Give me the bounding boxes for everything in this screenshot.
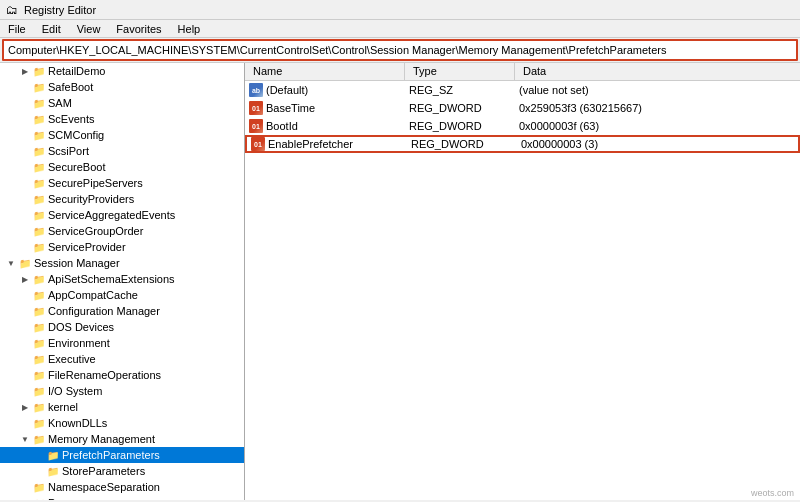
title-bar: 🗂 Registry Editor bbox=[0, 0, 800, 20]
tree-item-label: ServiceProvider bbox=[48, 241, 126, 253]
menu-item-help[interactable]: Help bbox=[174, 23, 205, 35]
tree-item[interactable]: 📁SecurePipeServers bbox=[0, 175, 244, 191]
tree-expander[interactable] bbox=[18, 176, 32, 190]
tree-expander[interactable] bbox=[18, 128, 32, 142]
tree-item[interactable]: 📁ServiceProvider bbox=[0, 239, 244, 255]
tree-expander[interactable] bbox=[18, 96, 32, 110]
tree-expander[interactable] bbox=[32, 448, 46, 462]
tree-expander[interactable] bbox=[18, 336, 32, 350]
menu-item-view[interactable]: View bbox=[73, 23, 105, 35]
tree-item-label: SecureBoot bbox=[48, 161, 105, 173]
detail-cell-type: REG_DWORD bbox=[405, 102, 515, 114]
menu-item-edit[interactable]: Edit bbox=[38, 23, 65, 35]
folder-icon: 📁 bbox=[32, 112, 46, 126]
folder-icon: 📁 bbox=[32, 192, 46, 206]
folder-icon: 📁 bbox=[18, 256, 32, 270]
address-bar[interactable]: Computer\HKEY_LOCAL_MACHINE\SYSTEM\Curre… bbox=[2, 39, 798, 61]
folder-icon: 📁 bbox=[32, 352, 46, 366]
tree-item-label: SAM bbox=[48, 97, 72, 109]
tree-item-label: I/O System bbox=[48, 385, 102, 397]
tree-expander[interactable] bbox=[18, 208, 32, 222]
tree-item-label: kernel bbox=[48, 401, 78, 413]
tree-item[interactable]: 📁Configuration Manager bbox=[0, 303, 244, 319]
tree-item[interactable]: 📁I/O System bbox=[0, 383, 244, 399]
detail-cell-data: 0x00000003 (3) bbox=[517, 138, 798, 150]
menu-item-favorites[interactable]: Favorites bbox=[112, 23, 165, 35]
folder-icon: 📁 bbox=[32, 80, 46, 94]
detail-cell-data: 0x259053f3 (630215667) bbox=[515, 102, 800, 114]
folder-icon: 📁 bbox=[32, 144, 46, 158]
detail-cell-type: REG_SZ bbox=[405, 84, 515, 96]
tree-item[interactable]: 📁Environment bbox=[0, 335, 244, 351]
detail-row[interactable]: 01EnablePrefetcherREG_DWORD0x00000003 (3… bbox=[245, 135, 800, 153]
detail-col-name: Name bbox=[245, 63, 405, 80]
tree-item[interactable]: 📁SafeBoot bbox=[0, 79, 244, 95]
detail-cell-type: REG_DWORD bbox=[407, 138, 517, 150]
detail-cell-data: 0x0000003f (63) bbox=[515, 120, 800, 132]
tree-expander[interactable] bbox=[18, 192, 32, 206]
watermark: weots.com bbox=[751, 488, 794, 498]
tree-item[interactable]: 📁SAM bbox=[0, 95, 244, 111]
tree-item[interactable]: 📁Power bbox=[0, 495, 244, 500]
tree-item[interactable]: 📁Executive bbox=[0, 351, 244, 367]
tree-expander[interactable] bbox=[18, 160, 32, 174]
tree-expander[interactable]: ▶ bbox=[18, 272, 32, 286]
tree-expander[interactable]: ▼ bbox=[18, 432, 32, 446]
menu-item-file[interactable]: File bbox=[4, 23, 30, 35]
tree-expander[interactable] bbox=[18, 320, 32, 334]
detail-header: NameTypeData bbox=[245, 63, 800, 81]
tree-expander[interactable] bbox=[18, 144, 32, 158]
detail-row[interactable]: 01BootIdREG_DWORD0x0000003f (63) bbox=[245, 117, 800, 135]
tree-item-label: StoreParameters bbox=[62, 465, 145, 477]
detail-row[interactable]: ab(Default)REG_SZ(value not set) bbox=[245, 81, 800, 99]
detail-cell-name: 01EnablePrefetcher bbox=[247, 137, 407, 151]
detail-name-text: BaseTime bbox=[266, 102, 315, 114]
tree-item[interactable]: 📁FileRenameOperations bbox=[0, 367, 244, 383]
tree-panel[interactable]: ▶📁RetailDemo📁SafeBoot📁SAM📁ScEvents📁SCMCo… bbox=[0, 63, 245, 500]
tree-item-label: Environment bbox=[48, 337, 110, 349]
tree-item-label: PrefetchParameters bbox=[62, 449, 160, 461]
tree-expander[interactable] bbox=[18, 384, 32, 398]
tree-item[interactable]: 📁ServiceAggregatedEvents bbox=[0, 207, 244, 223]
tree-item[interactable]: 📁AppCompatCache bbox=[0, 287, 244, 303]
tree-expander[interactable]: ▼ bbox=[4, 256, 18, 270]
tree-item[interactable]: 📁ServiceGroupOrder bbox=[0, 223, 244, 239]
tree-item[interactable]: ▶📁ApiSetSchemaExtensions bbox=[0, 271, 244, 287]
tree-expander[interactable] bbox=[18, 288, 32, 302]
tree-expander[interactable] bbox=[18, 240, 32, 254]
tree-item[interactable]: ▼📁Session Manager bbox=[0, 255, 244, 271]
tree-expander[interactable]: ▶ bbox=[18, 400, 32, 414]
tree-item[interactable]: 📁StoreParameters bbox=[0, 463, 244, 479]
folder-icon: 📁 bbox=[32, 288, 46, 302]
tree-item[interactable]: 📁SecurityProviders bbox=[0, 191, 244, 207]
detail-row[interactable]: 01BaseTimeREG_DWORD0x259053f3 (630215667… bbox=[245, 99, 800, 117]
tree-expander[interactable] bbox=[18, 80, 32, 94]
tree-expander[interactable] bbox=[18, 480, 32, 494]
folder-icon: 📁 bbox=[32, 416, 46, 430]
tree-expander[interactable] bbox=[18, 352, 32, 366]
tree-expander[interactable] bbox=[18, 368, 32, 382]
tree-item[interactable]: 📁DOS Devices bbox=[0, 319, 244, 335]
tree-item[interactable]: ▼📁Memory Management bbox=[0, 431, 244, 447]
tree-item[interactable]: 📁SecureBoot bbox=[0, 159, 244, 175]
tree-item[interactable]: 📁KnownDLLs bbox=[0, 415, 244, 431]
tree-expander[interactable]: ▶ bbox=[18, 64, 32, 78]
tree-expander[interactable] bbox=[18, 112, 32, 126]
tree-item[interactable]: 📁ScEvents bbox=[0, 111, 244, 127]
tree-item[interactable]: 📁SCMConfig bbox=[0, 127, 244, 143]
tree-expander[interactable] bbox=[18, 496, 32, 500]
tree-expander[interactable] bbox=[18, 304, 32, 318]
tree-item[interactable]: 📁NamespaceSeparation bbox=[0, 479, 244, 495]
tree-expander[interactable] bbox=[18, 416, 32, 430]
tree-expander[interactable] bbox=[18, 224, 32, 238]
tree-expander[interactable] bbox=[32, 464, 46, 478]
main-content: ▶📁RetailDemo📁SafeBoot📁SAM📁ScEvents📁SCMCo… bbox=[0, 62, 800, 500]
tree-item[interactable]: 📁PrefetchParameters bbox=[0, 447, 244, 463]
tree-item[interactable]: 📁ScsiPort bbox=[0, 143, 244, 159]
tree-item[interactable]: ▶📁RetailDemo bbox=[0, 63, 244, 79]
tree-item[interactable]: ▶📁kernel bbox=[0, 399, 244, 415]
tree-item-label: Configuration Manager bbox=[48, 305, 160, 317]
folder-icon: 📁 bbox=[32, 400, 46, 414]
detail-col-type: Type bbox=[405, 63, 515, 80]
title-bar-text: Registry Editor bbox=[24, 4, 96, 16]
